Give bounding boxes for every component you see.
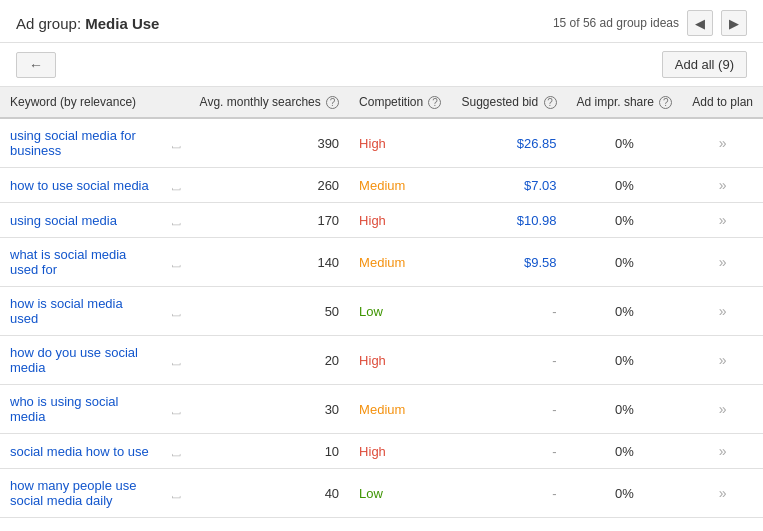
add-to-plan-button[interactable]: » (719, 352, 727, 368)
add-to-plan-cell[interactable]: » (682, 385, 763, 434)
add-to-plan-button[interactable]: » (719, 177, 727, 193)
share-cell: 0% (567, 168, 683, 203)
keyword-cell[interactable]: how many people use social media daily (0, 469, 162, 518)
chart-icon-cell[interactable]: ⎵ (162, 469, 190, 518)
back-button[interactable]: ← (16, 52, 56, 78)
competition-cell: High (349, 434, 451, 469)
competition-value: Medium (359, 178, 405, 193)
searches-help-icon[interactable]: ? (326, 96, 339, 109)
competition-cell: Low (349, 469, 451, 518)
add-to-plan-cell[interactable]: » (682, 336, 763, 385)
trend-chart-icon: ⎵ (172, 254, 180, 270)
chart-icon-cell[interactable]: ⎵ (162, 287, 190, 336)
bid-cell: - (451, 434, 566, 469)
trend-chart-icon: ⎵ (172, 401, 180, 417)
share-cell: 0% (567, 385, 683, 434)
ad-group-name: Media Use (85, 15, 159, 32)
competition-value: Medium (359, 255, 405, 270)
competition-value: High (359, 136, 386, 151)
bid-cell: - (451, 385, 566, 434)
add-to-plan-cell[interactable]: » (682, 469, 763, 518)
bid-help-icon[interactable]: ? (544, 96, 557, 109)
action-bar: ← Add all (9) (0, 43, 763, 87)
top-bar: Ad group: Media Use 15 of 56 ad group id… (0, 0, 763, 43)
bid-cell: $10.98 (451, 203, 566, 238)
keyword-cell[interactable]: how to use social media (0, 168, 162, 203)
trend-chart-icon: ⎵ (172, 212, 180, 228)
page-info: 15 of 56 ad group ideas (553, 16, 679, 30)
col-header-share: Ad impr. share ? (567, 87, 683, 118)
competition-value: Medium (359, 402, 405, 417)
add-to-plan-cell[interactable]: » (682, 238, 763, 287)
chart-icon-cell[interactable]: ⎵ (162, 238, 190, 287)
competition-cell: High (349, 118, 451, 168)
chart-icon-cell[interactable]: ⎵ (162, 434, 190, 469)
table-row: using social media for business ⎵ 390 Hi… (0, 118, 763, 168)
share-cell: 0% (567, 469, 683, 518)
share-cell: 0% (567, 238, 683, 287)
keyword-cell[interactable]: who is using social media (0, 385, 162, 434)
chart-icon-cell[interactable]: ⎵ (162, 203, 190, 238)
keyword-cell[interactable]: how do you use social media (0, 336, 162, 385)
competition-cell: Medium (349, 168, 451, 203)
prev-page-button[interactable]: ◀ (687, 10, 713, 36)
searches-cell: 50 (190, 287, 350, 336)
trend-chart-icon: ⎵ (172, 485, 180, 501)
competition-cell: High (349, 336, 451, 385)
keyword-cell[interactable]: using social media (0, 203, 162, 238)
bid-cell: $26.85 (451, 118, 566, 168)
trend-chart-icon: ⎵ (172, 135, 180, 151)
add-all-button[interactable]: Add all (9) (662, 51, 747, 78)
bid-cell: - (451, 336, 566, 385)
add-to-plan-button[interactable]: » (719, 212, 727, 228)
add-to-plan-button[interactable]: » (719, 303, 727, 319)
add-to-plan-button[interactable]: » (719, 254, 727, 270)
add-to-plan-cell[interactable]: » (682, 168, 763, 203)
keyword-cell[interactable]: how is social media used (0, 287, 162, 336)
add-to-plan-button[interactable]: » (719, 401, 727, 417)
searches-cell: 40 (190, 469, 350, 518)
share-help-icon[interactable]: ? (659, 96, 672, 109)
chart-icon-cell[interactable]: ⎵ (162, 385, 190, 434)
keyword-cell[interactable]: using social media for business (0, 118, 162, 168)
competition-value: High (359, 353, 386, 368)
add-to-plan-button[interactable]: » (719, 135, 727, 151)
add-to-plan-button[interactable]: » (719, 443, 727, 459)
searches-cell: 30 (190, 385, 350, 434)
add-to-plan-cell[interactable]: » (682, 434, 763, 469)
col-header-searches: Avg. monthly searches ? (190, 87, 350, 118)
col-header-bid: Suggested bid ? (451, 87, 566, 118)
trend-chart-icon: ⎵ (172, 303, 180, 319)
keyword-cell[interactable]: what is social media used for (0, 238, 162, 287)
add-to-plan-cell[interactable]: » (682, 203, 763, 238)
bid-cell: - (451, 287, 566, 336)
chart-icon-cell[interactable]: ⎵ (162, 336, 190, 385)
bid-cell: $7.03 (451, 168, 566, 203)
trend-chart-icon: ⎵ (172, 443, 180, 459)
pagination-controls: 15 of 56 ad group ideas ◀ ▶ (553, 10, 747, 36)
competition-value: Low (359, 486, 383, 501)
add-to-plan-cell[interactable]: » (682, 287, 763, 336)
chart-icon-cell[interactable]: ⎵ (162, 168, 190, 203)
searches-cell: 20 (190, 336, 350, 385)
table-row: social media how to use ⎵ 10 High - 0% » (0, 434, 763, 469)
add-to-plan-cell[interactable]: » (682, 118, 763, 168)
table-row: how many people use social media daily ⎵… (0, 469, 763, 518)
competition-help-icon[interactable]: ? (428, 96, 441, 109)
add-to-plan-button[interactable]: » (719, 485, 727, 501)
table-header-row: Keyword (by relevance) Avg. monthly sear… (0, 87, 763, 118)
share-cell: 0% (567, 118, 683, 168)
keyword-cell[interactable]: social media how to use (0, 434, 162, 469)
searches-cell: 10 (190, 434, 350, 469)
searches-cell: 260 (190, 168, 350, 203)
table-row: how to use social media ⎵ 260 Medium $7.… (0, 168, 763, 203)
chart-icon-cell[interactable]: ⎵ (162, 118, 190, 168)
table-row: how is social media used ⎵ 50 Low - 0% » (0, 287, 763, 336)
competition-cell: High (349, 203, 451, 238)
searches-cell: 390 (190, 118, 350, 168)
table-row: how do you use social media ⎵ 20 High - … (0, 336, 763, 385)
trend-chart-icon: ⎵ (172, 352, 180, 368)
share-cell: 0% (567, 434, 683, 469)
next-page-button[interactable]: ▶ (721, 10, 747, 36)
share-cell: 0% (567, 336, 683, 385)
